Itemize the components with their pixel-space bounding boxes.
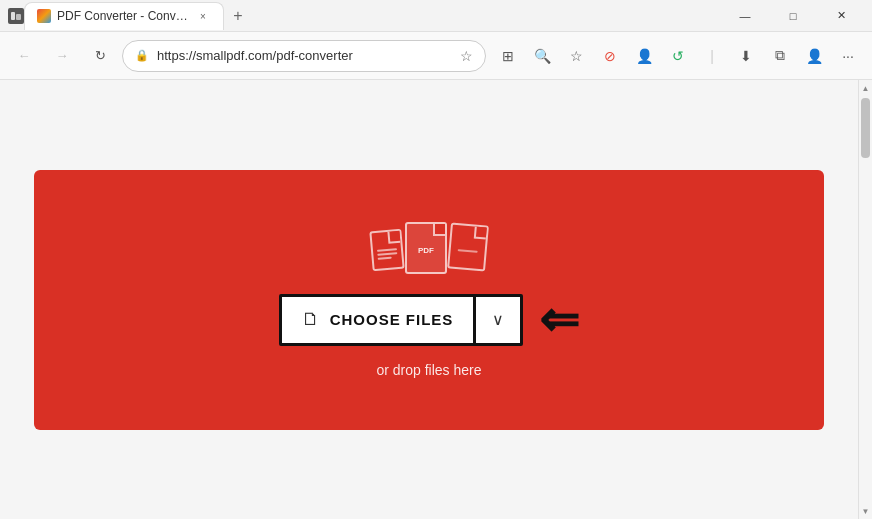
extension-icon[interactable]: ↺: [662, 40, 694, 72]
toolbar-icons: ⊞ 🔍 ☆ ⊘ 👤 ↺ | ⬇ ⧉ 👤 ···: [492, 40, 864, 72]
scrollbar-down-button[interactable]: ▼: [859, 503, 873, 519]
account-button[interactable]: 👤: [798, 40, 830, 72]
titlebar: PDF Converter - Convert files to × + — □…: [0, 0, 872, 32]
doc-icon-right: [447, 222, 489, 271]
scrollbar: ▲ ▼: [858, 80, 872, 519]
tab-close-button[interactable]: ×: [195, 8, 211, 24]
url-bar[interactable]: 🔒 https://smallpdf.com/pdf-converter ☆: [122, 40, 486, 72]
pdf-label: PDF: [418, 246, 434, 255]
zoom-button[interactable]: 🔍: [526, 40, 558, 72]
settings-button[interactable]: ···: [832, 40, 864, 72]
scrollbar-track[interactable]: [859, 96, 872, 503]
close-button[interactable]: ✕: [818, 0, 864, 32]
download-button[interactable]: ⬇: [730, 40, 762, 72]
scrollbar-thumb[interactable]: [861, 98, 870, 158]
choose-files-row: 🗋 CHOOSE FILES ∨ ⇐: [279, 294, 580, 346]
tab-search-button[interactable]: ⊞: [492, 40, 524, 72]
minimize-button[interactable]: —: [722, 0, 768, 32]
pdf-icon-group: PDF: [371, 222, 487, 274]
tab-title: PDF Converter - Convert files to: [57, 9, 189, 23]
file-icon: 🗋: [302, 309, 320, 330]
doc-icon-center: PDF: [405, 222, 447, 274]
arrow-right-icon: ⇐: [539, 296, 579, 344]
collections-button[interactable]: ⧉: [764, 40, 796, 72]
restore-button[interactable]: □: [770, 0, 816, 32]
new-tab-button[interactable]: +: [224, 2, 252, 30]
svg-rect-1: [16, 14, 21, 20]
choose-files-label: CHOOSE FILES: [330, 311, 454, 328]
choose-files-main: 🗋 CHOOSE FILES: [282, 297, 477, 343]
back-button[interactable]: ←: [8, 40, 40, 72]
lock-icon: 🔒: [135, 49, 149, 62]
doc-icon-left: [369, 228, 404, 271]
drop-files-text: or drop files here: [376, 362, 481, 378]
profile-icon[interactable]: 👤: [628, 40, 660, 72]
window-controls: — □ ✕: [722, 0, 864, 32]
svg-rect-0: [11, 12, 15, 20]
favorites-button[interactable]: ☆: [560, 40, 592, 72]
forward-button[interactable]: →: [46, 40, 78, 72]
separator: |: [696, 40, 728, 72]
window-icon: [8, 8, 24, 24]
chevron-down-icon[interactable]: ∨: [476, 297, 520, 343]
addressbar: ← → ↻ 🔒 https://smallpdf.com/pdf-convert…: [0, 32, 872, 80]
active-tab[interactable]: PDF Converter - Convert files to ×: [24, 2, 224, 30]
tab-bar: PDF Converter - Convert files to × +: [8, 0, 722, 31]
browser-body: PDF 🗋 CHOOSE FILES ∨: [0, 80, 872, 519]
star-icon[interactable]: ☆: [460, 48, 473, 64]
choose-files-button[interactable]: 🗋 CHOOSE FILES ∨: [279, 294, 524, 346]
block-icon[interactable]: ⊘: [594, 40, 626, 72]
upload-container[interactable]: PDF 🗋 CHOOSE FILES ∨: [34, 170, 824, 430]
tab-favicon: [37, 9, 51, 23]
scrollbar-up-button[interactable]: ▲: [859, 80, 873, 96]
refresh-button[interactable]: ↻: [84, 40, 116, 72]
page-content: PDF 🗋 CHOOSE FILES ∨: [0, 80, 858, 519]
url-text: https://smallpdf.com/pdf-converter: [157, 48, 452, 63]
